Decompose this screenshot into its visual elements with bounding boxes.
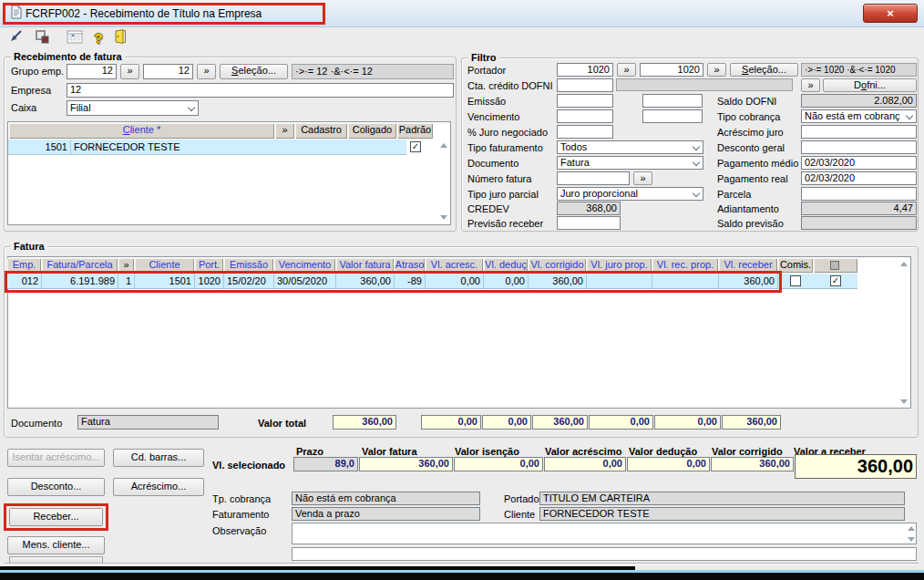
portador-from-input[interactable]: 1020 xyxy=(557,63,613,77)
grupo-emp-to-input[interactable]: 12 xyxy=(143,64,193,79)
acrescimo-juro-input[interactable] xyxy=(801,125,917,139)
vencimento-from-input[interactable] xyxy=(557,109,613,123)
dofni-button[interactable]: Dofni... xyxy=(823,78,917,92)
exit-door-icon[interactable] xyxy=(108,29,130,49)
col-header-emp[interactable]: Emp. xyxy=(7,258,41,273)
sum-valor-corrigido-value: 360,00 xyxy=(711,457,794,471)
col-header-select-all[interactable] xyxy=(814,258,857,273)
fatura-row-comis-checkbox[interactable] xyxy=(790,275,801,286)
grupo-emp-to-expand-button[interactable]: » xyxy=(197,64,216,79)
col-header-vl-juro-prop[interactable]: Vl. juro prop. xyxy=(587,258,652,273)
emissao-from-input[interactable] xyxy=(557,94,613,108)
observacao-label: Observação xyxy=(212,525,266,537)
desconto-button[interactable]: Desconto... xyxy=(7,478,105,496)
caixa-select[interactable]: Filial xyxy=(67,100,199,116)
pagamento-real-input[interactable]: 02/03/2020 xyxy=(801,171,917,185)
col-header-vl-rec-prop[interactable]: Vl. rec. prop. xyxy=(652,258,718,273)
jump-arrow-icon[interactable] xyxy=(5,29,27,49)
col-header-vl-receber[interactable]: Vl. receber xyxy=(719,258,777,273)
cta-credito-dofni-input[interactable] xyxy=(557,78,613,92)
numero-fatura-input[interactable] xyxy=(557,171,630,185)
numero-fatura-expand-button[interactable]: » xyxy=(633,171,652,185)
adiantamento-label: Adiantamento xyxy=(717,203,779,215)
client-padrao-checkbox[interactable]: ✓ xyxy=(410,141,421,152)
chevron-down-icon xyxy=(693,143,700,150)
client-header-padrao[interactable]: Padrão xyxy=(397,123,433,139)
portador-info-label: Portador xyxy=(504,493,542,505)
desconto-geral-input[interactable] xyxy=(801,140,917,154)
tipo-juro-select[interactable]: Juro proporcional xyxy=(557,187,703,201)
col-header-cliente[interactable]: Cliente xyxy=(135,258,194,273)
fatura-row-vl-acresc: 0,00 xyxy=(426,274,484,289)
col-header-atraso[interactable]: Atraso xyxy=(395,258,425,273)
tipo-juro-label: Tipo juro parcial xyxy=(467,189,539,201)
parcela-input[interactable] xyxy=(801,187,917,201)
fatura-scroll-down-icon[interactable] xyxy=(900,399,908,404)
sum-valor-fatura-value: 360,00 xyxy=(359,457,453,471)
col-header-vencimento[interactable]: Vencimento xyxy=(274,258,335,273)
mens-cliente-button[interactable]: Mens. cliente... xyxy=(7,536,105,554)
tipo-faturamento-label: Tipo faturamento xyxy=(467,142,543,154)
vencimento-to-input[interactable] xyxy=(642,109,703,123)
client-header-cliente[interactable]: Cliente * xyxy=(9,123,274,139)
col-header-vl-corrigido[interactable]: Vl. corrigido xyxy=(529,258,586,273)
footer-divider xyxy=(4,563,919,564)
client-header-cadastro-button[interactable]: Cadastro xyxy=(295,123,347,139)
vl-selecionado-label: Vl. selecionado xyxy=(212,460,285,471)
portador-selecao-button[interactable]: Seleção... xyxy=(730,63,798,77)
col-header-vl-acresc[interactable]: Vl. acresc. xyxy=(426,258,483,273)
grupo-emp-selecao-button[interactable]: Seleção... xyxy=(220,64,288,79)
previsao-receber-input[interactable] xyxy=(557,216,621,230)
emissao-label: Emissão xyxy=(467,96,506,108)
portador-from-expand-button[interactable]: » xyxy=(617,63,636,77)
client-scroll-up-icon[interactable] xyxy=(440,143,447,148)
help-icon[interactable]: ? xyxy=(87,29,109,49)
grupo-emp-from-expand-button[interactable]: » xyxy=(120,64,139,79)
close-button[interactable]: × xyxy=(863,4,918,23)
valor-total-label: Valor total xyxy=(258,418,306,430)
tipo-cobranca-select[interactable]: Não está em cobranç xyxy=(801,109,917,123)
fatura-row[interactable]: 012 6.191.989 1 1501 1020 15/02/20 30/05… xyxy=(7,274,857,289)
portador-to-expand-button[interactable]: » xyxy=(707,63,726,77)
acrescimo-button[interactable]: Acréscimo... xyxy=(113,478,204,496)
double-chevron-icon: » xyxy=(127,65,132,76)
double-chevron-icon: » xyxy=(203,65,209,76)
dofni-expand-button[interactable]: » xyxy=(801,78,820,92)
desconto-geral-label: Desconto geral xyxy=(717,142,785,154)
fatura-row-select-checkbox[interactable]: ✓ xyxy=(830,275,841,286)
pagamento-medio-input[interactable]: 02/03/2020 xyxy=(801,156,917,170)
cd-barras-button[interactable]: Cd. barras... xyxy=(113,449,204,467)
portador-to-input[interactable]: 1020 xyxy=(640,63,703,77)
select-all-checkbox[interactable] xyxy=(830,261,839,270)
juro-negociado-input[interactable] xyxy=(557,125,613,139)
empresa-input[interactable]: 12 xyxy=(67,83,454,98)
observacao-textarea[interactable] xyxy=(292,523,917,544)
receber-button[interactable]: Receber... xyxy=(9,508,103,526)
cascade-windows-icon[interactable] xyxy=(31,29,53,49)
recebimento-legend: Recebimento de fatura xyxy=(11,51,125,62)
total-vl-receber: 360,00 xyxy=(722,415,781,430)
col-header-comis[interactable]: Comis. xyxy=(778,258,813,273)
client-header-expand-button[interactable]: » xyxy=(275,123,294,139)
col-header-fatura-parcela[interactable]: Fatura/Parcela xyxy=(42,258,118,273)
col-header-valor-fatura[interactable]: Valor fatura xyxy=(336,258,394,273)
grupo-emp-from-input[interactable]: 12 xyxy=(67,64,117,79)
tipo-faturamento-select[interactable]: Todos xyxy=(557,140,703,154)
emissao-to-input[interactable] xyxy=(642,94,703,108)
col-header-emissao[interactable]: Emissão xyxy=(224,258,273,273)
col-header-vl-deduc[interactable]: Vl. deduç xyxy=(484,258,528,273)
col-header-port[interactable]: Port. xyxy=(195,258,223,273)
client-row[interactable]: 1501 FORNECEDOR TESTE xyxy=(8,140,406,155)
valor-total-fatura: 360,00 xyxy=(333,415,396,430)
col-header-expand[interactable]: » xyxy=(118,258,134,273)
documento-select[interactable]: Fatura xyxy=(557,156,703,170)
observacao-scroll-up-icon[interactable] xyxy=(908,526,915,531)
client-scroll-down-icon[interactable] xyxy=(440,215,447,220)
observacao-extra-field[interactable] xyxy=(292,547,917,561)
application-window: FCRFP002 - Recebimento de Título na Empr… xyxy=(0,0,924,580)
observacao-scroll-down-icon[interactable] xyxy=(908,537,915,542)
client-header-coligado-button[interactable]: Coligado xyxy=(348,123,396,139)
fatura-scroll-up-icon[interactable] xyxy=(900,262,908,266)
fatura-row-emissao: 15/02/20 xyxy=(224,274,274,289)
fatura-documento-label: Documento xyxy=(11,418,62,430)
